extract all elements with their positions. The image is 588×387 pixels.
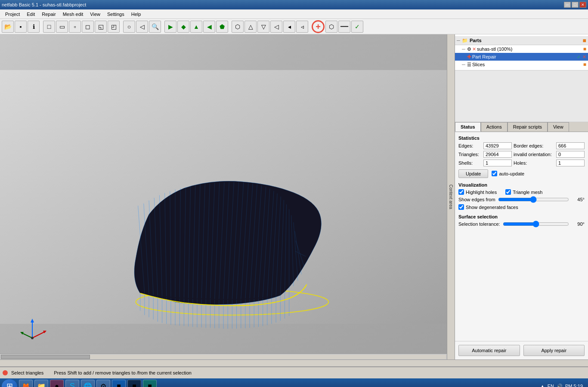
- dots-button[interactable]: ━━━: [338, 21, 350, 33]
- automatic-repair-button[interactable]: Automatic repair: [458, 345, 520, 356]
- nav-left-button[interactable]: ◁: [136, 21, 148, 33]
- svg-marker-77: [31, 319, 34, 322]
- show-edges-row: Show edges from 45°: [458, 197, 585, 203]
- mesh4-button[interactable]: ◀: [203, 21, 215, 33]
- tree-label-part-repair: Part Repair: [472, 54, 496, 59]
- update-button[interactable]: Update: [458, 169, 488, 178]
- axes-indicator: [17, 316, 47, 342]
- info-button[interactable]: ℹ: [28, 21, 40, 33]
- edges-value: 43929: [483, 142, 512, 149]
- app-title: netfabb Basic 5.1 - suhas-stl.fabbprojec…: [2, 2, 86, 7]
- menu-settings[interactable]: Settings: [104, 11, 128, 18]
- invalid-orient-value: 0: [556, 151, 585, 158]
- show-edges-slider[interactable]: [498, 197, 569, 203]
- rotate-button[interactable]: ○: [123, 21, 135, 33]
- mesh3-button[interactable]: ▲: [190, 21, 202, 33]
- zoom-button[interactable]: 🔍: [149, 21, 161, 33]
- tab-actions[interactable]: Actions: [481, 122, 508, 132]
- tree-item-slices[interactable]: ─ ☰ Slices ■: [455, 61, 588, 68]
- window-controls: ─ □ ✕: [564, 2, 586, 8]
- svg-line-78: [32, 332, 45, 338]
- taskbar-firefox[interactable]: 🦊: [19, 380, 33, 387]
- holes-label: Holes:: [514, 160, 554, 166]
- suhas-icon1: ⚙: [467, 46, 471, 52]
- border-edges-label: Border edges:: [514, 143, 554, 148]
- menu-edit[interactable]: Edit: [23, 11, 38, 18]
- special1-button[interactable]: ⬡: [232, 21, 244, 33]
- view-persp-button[interactable]: ◱: [95, 21, 107, 33]
- cube1-button[interactable]: ▪: [15, 21, 27, 33]
- holes-value: 1: [556, 160, 585, 166]
- scroll-thumb[interactable]: [1, 355, 90, 359]
- mesh2-button[interactable]: ◆: [177, 21, 189, 33]
- menu-mesh-edit[interactable]: Mesh edit: [59, 11, 87, 18]
- tree-item-part-repair[interactable]: ✚ Part Repair ✓ ✕: [455, 53, 588, 61]
- auto-update-text: auto-update: [499, 171, 524, 176]
- repair-buttons: Automatic repair Apply repair: [455, 341, 588, 359]
- menubar: Project Edit Repair Mesh edit View Setti…: [0, 9, 588, 19]
- special3-button[interactable]: ▽: [257, 21, 269, 33]
- taskbar-blue[interactable]: ■: [112, 380, 126, 387]
- auto-update-checkbox[interactable]: [492, 171, 497, 176]
- part-repair-x: ✕: [582, 54, 586, 60]
- special6-button[interactable]: ◃: [296, 21, 308, 33]
- taskbar-green[interactable]: ■: [143, 380, 157, 387]
- show-degenerated-checkbox[interactable]: [458, 204, 464, 210]
- slices-expand[interactable]: ─: [462, 62, 467, 67]
- view-top-button[interactable]: ▫: [69, 21, 81, 33]
- taskbar-explorer[interactable]: 📁: [34, 380, 48, 387]
- edges-label: Edges:: [458, 143, 482, 148]
- taskbar-skype[interactable]: S: [65, 380, 79, 387]
- apply-repair-button[interactable]: Apply repair: [523, 345, 585, 356]
- add-part-button[interactable]: +: [312, 20, 325, 33]
- mesh1-button[interactable]: ▶: [164, 21, 176, 33]
- menu-project[interactable]: Project: [2, 11, 23, 18]
- special2-button[interactable]: △: [244, 21, 257, 33]
- view-front-button[interactable]: □: [43, 21, 55, 33]
- view-side-button[interactable]: ▭: [56, 21, 68, 33]
- triangle-mesh-checkbox[interactable]: [505, 189, 511, 195]
- parts-expand-icon[interactable]: ─: [457, 38, 462, 43]
- taskbar-red-app[interactable]: ●: [50, 380, 64, 387]
- suhas-expand[interactable]: ─: [462, 46, 467, 52]
- action2-button[interactable]: ⬡: [325, 21, 337, 33]
- taskbar-settings[interactable]: ⚙: [96, 380, 110, 387]
- border-edges-value: 666: [556, 142, 585, 149]
- tolerance-slider[interactable]: [503, 221, 569, 227]
- triangles-label: Triangles:: [458, 152, 482, 157]
- special5-button[interactable]: ◂: [283, 21, 295, 33]
- svg-line-80: [22, 333, 32, 338]
- menu-repair[interactable]: Repair: [38, 11, 59, 18]
- minimize-button[interactable]: ─: [564, 2, 571, 8]
- open-button[interactable]: 📂: [2, 21, 14, 33]
- taskbar-dark[interactable]: ■: [127, 380, 141, 387]
- tab-repair-scripts[interactable]: Repair scripts: [508, 122, 548, 132]
- lang-indicator: EN: [548, 384, 554, 387]
- 3d-viewport[interactable]: [0, 34, 447, 359]
- right-panel: ─ 📁 Parts ■ ─ ⚙ ✕ suhas-stl (100%) ■ ✚ P…: [455, 34, 588, 359]
- check-button[interactable]: ✓: [351, 21, 363, 33]
- show-degenerated-row: Show degenerated faces: [458, 204, 585, 210]
- visualization-section: Visualization Highlight holes Triangle m…: [458, 182, 585, 210]
- menu-view[interactable]: View: [87, 11, 104, 18]
- tab-view[interactable]: View: [548, 122, 569, 132]
- maximize-button[interactable]: □: [572, 2, 579, 8]
- menu-help[interactable]: Help: [128, 11, 145, 18]
- systray-up-icon: ▲: [540, 384, 545, 387]
- taskbar-chrome[interactable]: 🌐: [81, 380, 95, 387]
- mesh5-button[interactable]: ⬟: [216, 21, 228, 33]
- highlight-holes-checkbox[interactable]: [458, 189, 464, 195]
- view-bottom-button[interactable]: ◰: [108, 21, 120, 33]
- tree-label-slices: Slices: [472, 62, 485, 67]
- scroll-area[interactable]: [0, 359, 588, 366]
- special4-button[interactable]: ◁: [270, 21, 282, 33]
- close-button[interactable]: ✕: [579, 2, 586, 8]
- viewport-scrollbar[interactable]: [0, 353, 447, 359]
- start-button[interactable]: ⊞: [2, 379, 17, 387]
- tree-spacer: [455, 71, 588, 122]
- view-iso-button[interactable]: ◻: [82, 21, 94, 33]
- tab-status[interactable]: Status: [455, 122, 481, 132]
- context-area-label: Context area: [449, 184, 453, 209]
- auto-update-label[interactable]: auto-update: [492, 171, 524, 176]
- tree-item-suhas[interactable]: ─ ⚙ ✕ suhas-stl (100%) ■: [455, 45, 588, 53]
